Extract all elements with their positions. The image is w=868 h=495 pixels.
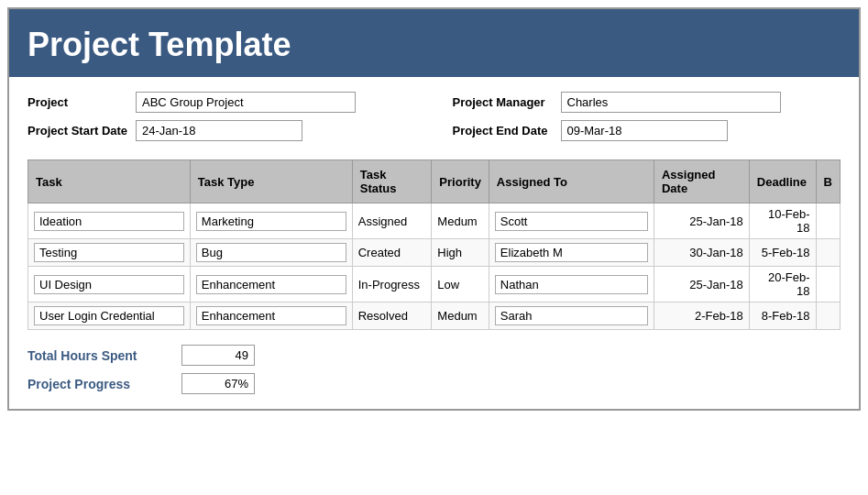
end-date-label: Project End Date bbox=[453, 124, 554, 138]
footer-section: Total Hours Spent Project Progress bbox=[9, 330, 859, 409]
cell-task_type-input[interactable] bbox=[196, 306, 346, 325]
cell-assigned_date: 2-Feb-18 bbox=[695, 309, 743, 323]
table-row: AssignedMedum25-Jan-1810-Feb-18 bbox=[28, 204, 841, 239]
cell-task_status: Resolved bbox=[358, 309, 408, 323]
hours-row: Total Hours Spent bbox=[27, 345, 841, 366]
cell-priority: Medum bbox=[437, 309, 477, 323]
col-task: Task bbox=[28, 160, 191, 204]
cell-task_status: In-Progress bbox=[358, 278, 420, 292]
col-deadline: Deadline bbox=[749, 160, 816, 204]
cell-assigned_date: 30-Jan-18 bbox=[689, 246, 743, 259]
cell-assigned_date: 25-Jan-18 bbox=[689, 214, 743, 228]
cell-deadline: 5-Feb-18 bbox=[762, 246, 810, 259]
project-input[interactable] bbox=[136, 92, 356, 113]
start-date-label: Project Start Date bbox=[27, 124, 128, 138]
header: Project Template bbox=[9, 9, 859, 77]
project-info-section: Project Project Start Date Project Manag… bbox=[9, 77, 859, 150]
cell-assigned_date: 25-Jan-18 bbox=[689, 278, 743, 292]
col-assigned-date: Assigned Date bbox=[654, 160, 749, 204]
cell-task_status: Created bbox=[358, 246, 401, 259]
task-table-wrapper: Task Task Type Task Status Priority Assi… bbox=[9, 160, 859, 330]
end-date-input[interactable] bbox=[561, 120, 728, 141]
manager-label: Project Manager bbox=[453, 95, 554, 109]
page-title: Project Template bbox=[27, 26, 841, 64]
end-date-row: Project End Date bbox=[453, 120, 841, 141]
progress-row: Project Progress bbox=[27, 373, 841, 394]
cell-deadline: 20-Feb-18 bbox=[768, 270, 810, 298]
table-row: In-ProgressLow25-Jan-1820-Feb-18 bbox=[28, 267, 841, 302]
task-table: Task Task Type Task Status Priority Assi… bbox=[27, 160, 841, 330]
manager-row: Project Manager bbox=[453, 92, 841, 113]
col-assigned-to: Assigned To bbox=[489, 160, 654, 204]
cell-assigned_to-input[interactable] bbox=[495, 306, 648, 325]
cell-task_type-input[interactable] bbox=[196, 243, 346, 262]
progress-input[interactable] bbox=[181, 373, 255, 394]
manager-input[interactable] bbox=[561, 92, 781, 113]
table-header-row: Task Task Type Task Status Priority Assi… bbox=[28, 160, 841, 204]
cell-task_status: Assigned bbox=[358, 214, 407, 228]
progress-label: Project Progress bbox=[27, 377, 174, 391]
cell-task_type-input[interactable] bbox=[196, 275, 346, 294]
hours-input[interactable] bbox=[181, 345, 255, 366]
cell-assigned_to-input[interactable] bbox=[495, 243, 648, 262]
project-label: Project bbox=[27, 95, 128, 109]
hours-label: Total Hours Spent bbox=[27, 348, 174, 363]
cell-priority: Low bbox=[437, 278, 459, 292]
start-date-row: Project Start Date bbox=[27, 120, 434, 141]
cell-task-input[interactable] bbox=[34, 243, 184, 262]
cell-task_type-input[interactable] bbox=[196, 212, 346, 231]
col-task-status: Task Status bbox=[352, 160, 432, 204]
cell-priority: High bbox=[437, 246, 462, 259]
cell-assigned_to-input[interactable] bbox=[495, 212, 648, 231]
cell-deadline: 10-Feb-18 bbox=[768, 207, 810, 235]
cell-deadline: 8-Feb-18 bbox=[762, 309, 810, 323]
cell-priority: Medum bbox=[437, 214, 477, 228]
cell-task-input[interactable] bbox=[34, 275, 184, 294]
main-container: Project Template Project Project Start D… bbox=[7, 7, 861, 411]
col-priority: Priority bbox=[432, 160, 489, 204]
col-task-type: Task Type bbox=[190, 160, 352, 204]
table-row: CreatedHigh30-Jan-185-Feb-18 bbox=[28, 239, 841, 267]
table-row: ResolvedMedum2-Feb-188-Feb-18 bbox=[28, 302, 841, 330]
cell-task-input[interactable] bbox=[34, 212, 184, 231]
cell-assigned_to-input[interactable] bbox=[495, 275, 648, 294]
start-date-input[interactable] bbox=[136, 120, 302, 141]
cell-task-input[interactable] bbox=[34, 306, 184, 325]
project-row: Project bbox=[27, 92, 434, 113]
col-b: B bbox=[816, 160, 840, 204]
